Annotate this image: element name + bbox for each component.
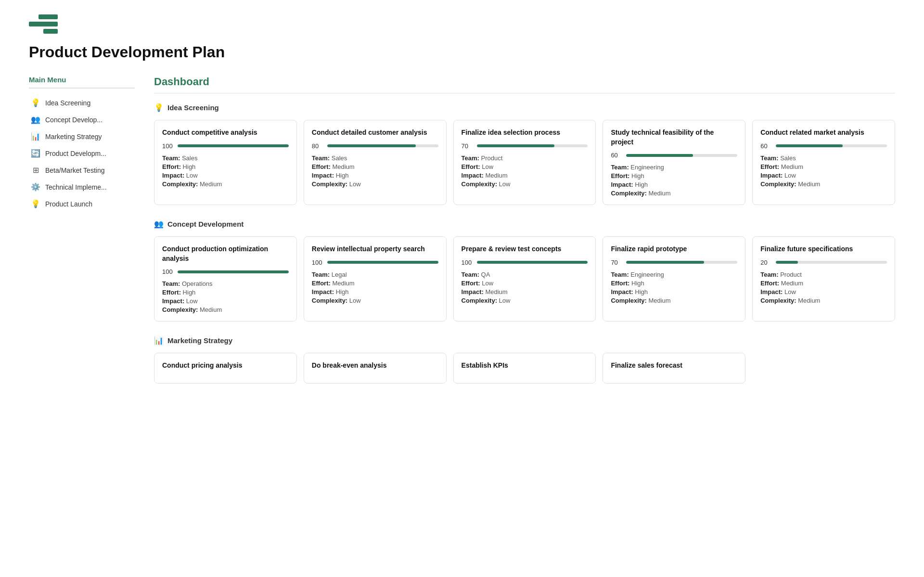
- progress-row-concept-development-3: 70: [611, 259, 737, 266]
- card-title-concept-development-4: Finalize future specifications: [760, 244, 887, 254]
- progress-bar-container-concept-development-4: [776, 261, 887, 264]
- logo-bar-1: [38, 14, 58, 19]
- team-row-0: Team: Operations: [162, 280, 289, 287]
- card-marketing-strategy-3: Finalize sales forecast: [603, 353, 745, 384]
- progress-number-concept-development-3: 70: [611, 259, 622, 266]
- card-title-idea-screening-0: Conduct competitive analysis: [162, 128, 289, 138]
- sidebar-item-technical-impl[interactable]: ⚙️ Technical Impleme...: [29, 179, 135, 195]
- progress-row-idea-screening-3: 60: [611, 152, 737, 159]
- card-marketing-strategy-0: Conduct pricing analysis: [154, 353, 297, 384]
- sidebar-icon-concept-develop: 👥: [31, 115, 40, 124]
- sidebar-item-marketing-strategy[interactable]: 📊 Marketing Strategy: [29, 128, 135, 145]
- progress-bar-fill-concept-development-4: [776, 261, 798, 264]
- card-title-idea-screening-2: Finalize idea selection process: [462, 128, 588, 138]
- progress-bar-fill-concept-development-0: [178, 270, 289, 273]
- sidebar-icon-beta-testing: ⊞: [31, 166, 40, 175]
- section-icon-concept-development: 👥: [154, 219, 164, 229]
- card-title-idea-screening-3: Study technical feasibility of the proje…: [611, 128, 737, 147]
- section-marketing-strategy: 📊 Marketing Strategy Conduct pricing ana…: [154, 336, 895, 384]
- card-idea-screening-1: Conduct detailed customer analysis 80 Te…: [304, 120, 447, 205]
- sidebar: Main Menu 💡 Idea Screening 👥 Concept Dev…: [29, 76, 135, 398]
- section-icon-idea-screening: 💡: [154, 103, 164, 112]
- logo-bar-2: [29, 22, 58, 26]
- progress-bar-container-idea-screening-0: [178, 144, 289, 147]
- sidebar-item-product-launch[interactable]: 💡 Product Launch: [29, 195, 135, 212]
- sidebar-item-product-develop[interactable]: 🔄 Product Developm...: [29, 145, 135, 162]
- card-title-concept-development-3: Finalize rapid prototype: [611, 244, 737, 254]
- team-row-3: Team: Engineering: [611, 164, 737, 171]
- progress-number-idea-screening-4: 60: [760, 142, 772, 150]
- sidebar-label-beta-testing: Beta/Market Testing: [45, 167, 104, 174]
- logo-bars: [29, 14, 895, 34]
- card-title-idea-screening-1: Conduct detailed customer analysis: [312, 128, 438, 138]
- sidebar-item-beta-testing[interactable]: ⊞ Beta/Market Testing: [29, 162, 135, 179]
- progress-bar-container-idea-screening-2: [477, 144, 588, 147]
- impact-row-3: Impact: High: [611, 181, 737, 188]
- progress-number-idea-screening-2: 70: [462, 142, 473, 150]
- progress-bar-container-concept-development-1: [327, 261, 438, 264]
- cards-grid-concept-development: Conduct production optimization analysis…: [154, 236, 895, 321]
- complexity-row-1: Complexity: Low: [312, 180, 438, 188]
- effort-row-3: Effort: High: [611, 280, 737, 287]
- card-meta-concept-development-0: Team: Operations Effort: High Impact: Lo…: [162, 280, 289, 313]
- effort-row-2: Effort: Low: [462, 280, 588, 287]
- team-row-2: Team: QA: [462, 271, 588, 278]
- card-title-concept-development-2: Prepare & review test concepts: [462, 244, 588, 254]
- effort-row-3: Effort: High: [611, 172, 737, 180]
- progress-number-idea-screening-1: 80: [312, 142, 323, 150]
- progress-number-idea-screening-3: 60: [611, 152, 622, 159]
- impact-row-2: Impact: Medium: [462, 288, 588, 295]
- page-wrapper: Product Development Plan Main Menu 💡 Ide…: [0, 0, 924, 412]
- complexity-row-4: Complexity: Medium: [760, 297, 887, 304]
- card-meta-idea-screening-0: Team: Sales Effort: High Impact: Low Com…: [162, 154, 289, 188]
- sidebar-item-idea-screening[interactable]: 💡 Idea Screening: [29, 94, 135, 111]
- progress-bar-container-concept-development-0: [178, 270, 289, 273]
- section-header-marketing-strategy: 📊 Marketing Strategy: [154, 336, 895, 345]
- card-marketing-strategy-2: Establish KPIs: [453, 353, 596, 384]
- progress-row-concept-development-2: 100: [462, 259, 588, 266]
- card-title-marketing-strategy-2: Establish KPIs: [462, 361, 588, 371]
- dashboard-title: Dashboard: [154, 76, 895, 93]
- sidebar-label-marketing-strategy: Marketing Strategy: [45, 133, 102, 141]
- sections-container: 💡 Idea Screening Conduct competitive ana…: [154, 103, 895, 384]
- card-meta-idea-screening-4: Team: Sales Effort: Medium Impact: Low C…: [760, 154, 887, 188]
- progress-bar-container-concept-development-3: [626, 261, 737, 264]
- progress-row-idea-screening-1: 80: [312, 142, 438, 150]
- team-row-1: Team: Legal: [312, 271, 438, 278]
- impact-row-1: Impact: High: [312, 288, 438, 295]
- progress-number-concept-development-1: 100: [312, 259, 323, 266]
- effort-row-1: Effort: Medium: [312, 163, 438, 170]
- card-concept-development-1: Review intellectual property search 100 …: [304, 236, 447, 321]
- impact-row-4: Impact: Low: [760, 172, 887, 179]
- section-idea-screening: 💡 Idea Screening Conduct competitive ana…: [154, 103, 895, 205]
- section-title-concept-development: Concept Development: [167, 220, 244, 228]
- progress-bar-container-idea-screening-1: [327, 144, 438, 147]
- section-icon-marketing-strategy: 📊: [154, 336, 164, 345]
- team-row-4: Team: Product: [760, 271, 887, 278]
- logo-bar-3: [43, 29, 58, 34]
- card-meta-concept-development-1: Team: Legal Effort: Medium Impact: High …: [312, 271, 438, 304]
- progress-row-concept-development-0: 100: [162, 268, 289, 275]
- cards-grid-idea-screening: Conduct competitive analysis 100 Team: S…: [154, 120, 895, 205]
- card-idea-screening-3: Study technical feasibility of the proje…: [603, 120, 745, 205]
- impact-row-1: Impact: High: [312, 172, 438, 179]
- effort-row-0: Effort: High: [162, 163, 289, 170]
- progress-bar-container-idea-screening-3: [626, 154, 737, 157]
- progress-number-idea-screening-0: 100: [162, 142, 174, 150]
- sidebar-label-product-launch: Product Launch: [45, 200, 92, 208]
- sidebar-label-idea-screening: Idea Screening: [45, 99, 90, 107]
- card-meta-concept-development-2: Team: QA Effort: Low Impact: Medium Comp…: [462, 271, 588, 304]
- team-row-4: Team: Sales: [760, 154, 887, 162]
- card-meta-concept-development-3: Team: Engineering Effort: High Impact: H…: [611, 271, 737, 304]
- section-header-idea-screening: 💡 Idea Screening: [154, 103, 895, 112]
- card-title-idea-screening-4: Conduct related market analysis: [760, 128, 887, 138]
- card-title-concept-development-1: Review intellectual property search: [312, 244, 438, 254]
- logo-area: [29, 14, 895, 34]
- card-idea-screening-2: Finalize idea selection process 70 Team:…: [453, 120, 596, 205]
- progress-number-concept-development-0: 100: [162, 268, 174, 275]
- sidebar-icon-product-launch: 💡: [31, 199, 40, 208]
- impact-row-0: Impact: Low: [162, 297, 289, 305]
- card-concept-development-4: Finalize future specifications 20 Team: …: [752, 236, 895, 321]
- sidebar-item-concept-develop[interactable]: 👥 Concept Develop...: [29, 111, 135, 128]
- progress-bar-fill-idea-screening-3: [626, 154, 693, 157]
